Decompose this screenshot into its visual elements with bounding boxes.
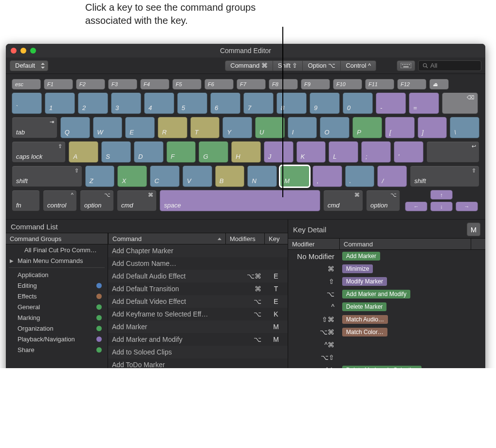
key-detail-row[interactable]: ^⇧Delete Markers in Selection bbox=[288, 364, 485, 368]
key-f3[interactable]: F3 bbox=[108, 79, 137, 90]
group-item[interactable]: Effects bbox=[6, 291, 108, 301]
keyboard-layout-button[interactable] bbox=[397, 60, 415, 71]
key-detail-row[interactable]: ⌘Minimize bbox=[288, 262, 485, 275]
key-t[interactable]: T bbox=[190, 117, 220, 138]
key-detail-row[interactable]: No ModifierAdd Marker bbox=[288, 250, 485, 262]
command-row[interactable]: Add to Soloed Clips bbox=[108, 346, 288, 358]
key-[[interactable]: [ bbox=[385, 117, 415, 138]
col-key[interactable]: Key bbox=[264, 233, 288, 244]
key--[interactable]: - bbox=[376, 93, 406, 114]
key-x[interactable]: X bbox=[117, 166, 147, 187]
key-0[interactable]: 0 bbox=[343, 93, 373, 114]
key-9[interactable]: 9 bbox=[310, 93, 340, 114]
key-option[interactable]: option⌥ bbox=[366, 190, 400, 211]
key-detail-row[interactable]: ⌥⇧ bbox=[288, 351, 485, 364]
key-][interactable]: ] bbox=[418, 117, 447, 138]
preset-dropdown[interactable]: Default bbox=[10, 60, 48, 71]
key-f[interactable]: F bbox=[166, 141, 196, 163]
key-j[interactable]: J bbox=[264, 141, 294, 163]
key-arrow-left[interactable]: ← bbox=[405, 202, 427, 211]
key-f5[interactable]: F5 bbox=[172, 79, 202, 90]
key-f10[interactable]: F10 bbox=[333, 79, 362, 90]
key-cmd[interactable]: cmd⌘ bbox=[117, 190, 157, 211]
key-w[interactable]: W bbox=[93, 117, 123, 138]
key-b[interactable]: B bbox=[215, 166, 245, 187]
key-'[interactable]: ' bbox=[394, 141, 423, 163]
key-v[interactable]: V bbox=[183, 166, 212, 187]
key-2[interactable]: 2 bbox=[78, 93, 108, 114]
key-n[interactable]: N bbox=[247, 166, 277, 187]
key-↩[interactable]: ↩ bbox=[426, 141, 480, 163]
group-item[interactable]: Marking bbox=[6, 312, 108, 323]
key-l[interactable]: L bbox=[329, 141, 358, 163]
col-modifier[interactable]: Modifier bbox=[288, 238, 339, 250]
key-=[interactable]: = bbox=[409, 93, 439, 114]
group-item[interactable]: Editing bbox=[6, 280, 108, 291]
key-y[interactable]: Y bbox=[222, 117, 252, 138]
key-s[interactable]: S bbox=[101, 141, 131, 163]
command-row[interactable]: Add ToDo Marker bbox=[108, 358, 288, 368]
command-row[interactable]: Add Keyframe to Selected Eff…⌥K bbox=[108, 308, 288, 320]
key-option[interactable]: option⌥ bbox=[80, 190, 114, 211]
modifier-button-3[interactable]: Control ^ bbox=[341, 60, 376, 71]
key-space[interactable]: space bbox=[160, 190, 320, 211]
key-arrow-right[interactable]: → bbox=[456, 202, 478, 211]
key-detail-row[interactable]: ⇧Modify Marker bbox=[288, 275, 485, 288]
search-input[interactable]: All bbox=[418, 60, 481, 71]
key-⏏[interactable]: ⏏ bbox=[429, 79, 449, 90]
window-close-button[interactable] bbox=[11, 48, 17, 54]
key-`[interactable]: ` bbox=[12, 93, 42, 114]
key-q[interactable]: Q bbox=[60, 117, 90, 138]
key-g[interactable]: G bbox=[199, 141, 228, 163]
key-e[interactable]: E bbox=[125, 117, 155, 138]
key-detail-row[interactable]: ⇧⌘Match Audio… bbox=[288, 313, 485, 326]
key-f12[interactable]: F12 bbox=[397, 79, 426, 90]
key-f8[interactable]: F8 bbox=[269, 79, 298, 90]
key-fn[interactable]: fn bbox=[12, 190, 40, 211]
key-control[interactable]: control^ bbox=[43, 190, 77, 211]
key-a[interactable]: A bbox=[69, 141, 98, 163]
command-groups-header[interactable]: Command Groups bbox=[6, 233, 108, 244]
key-tab[interactable]: tab⇥ bbox=[12, 117, 57, 138]
key-shift[interactable]: shift⇧ bbox=[12, 166, 82, 187]
key-f1[interactable]: F1 bbox=[44, 79, 73, 90]
key-4[interactable]: 4 bbox=[144, 93, 174, 114]
command-row[interactable]: Add Marker and Modify⌥M bbox=[108, 333, 288, 346]
key-shift[interactable]: shift⇧ bbox=[410, 166, 479, 187]
key-arrow-down[interactable]: ↓ bbox=[430, 202, 453, 211]
command-row[interactable]: Add Default Audio Effect⌥⌘E bbox=[108, 270, 288, 282]
group-item[interactable]: Playback/Navigation bbox=[6, 334, 108, 344]
key-d[interactable]: D bbox=[134, 141, 164, 163]
modifier-button-2[interactable]: Option ⌥ bbox=[303, 60, 341, 71]
key-i[interactable]: I bbox=[288, 117, 317, 138]
key-detail-row[interactable]: ^Delete Marker bbox=[288, 300, 485, 313]
key-k[interactable]: K bbox=[296, 141, 326, 163]
group-item[interactable]: Share bbox=[6, 344, 108, 355]
col-modifiers[interactable]: Modifiers bbox=[225, 233, 264, 244]
modifier-button-1[interactable]: Shift ⇧ bbox=[273, 60, 303, 71]
key-m[interactable]: M bbox=[280, 166, 310, 187]
key-.[interactable]: . bbox=[345, 166, 375, 187]
command-row[interactable]: Add Default Video Effect⌥E bbox=[108, 295, 288, 308]
col-command-detail[interactable]: Command bbox=[339, 238, 471, 250]
key-3[interactable]: 3 bbox=[111, 93, 141, 114]
key-\[interactable]: \ bbox=[450, 117, 479, 138]
key-detail-row[interactable]: ⌥Add Marker and Modify bbox=[288, 288, 485, 300]
group-item[interactable]: All Final Cut Pro Comm… bbox=[6, 244, 108, 255]
command-row[interactable]: Add Chapter Marker bbox=[108, 244, 288, 257]
key-/[interactable]: / bbox=[377, 166, 407, 187]
col-command[interactable]: Command bbox=[108, 233, 225, 244]
command-row[interactable]: Add MarkerM bbox=[108, 320, 288, 333]
key-c[interactable]: C bbox=[150, 166, 180, 187]
key-caps-lock[interactable]: caps lock⇪ bbox=[12, 141, 66, 163]
key-f9[interactable]: F9 bbox=[301, 79, 330, 90]
group-item[interactable]: Organization bbox=[6, 323, 108, 334]
key-arrow-up[interactable]: ↑ bbox=[430, 190, 453, 200]
key-detail-row[interactable]: ^⌘ bbox=[288, 338, 485, 351]
key-r[interactable]: R bbox=[158, 117, 187, 138]
command-row[interactable]: Add Custom Name… bbox=[108, 257, 288, 270]
command-row[interactable]: Add Default Transition⌘T bbox=[108, 282, 288, 295]
key-8[interactable]: 8 bbox=[276, 93, 307, 114]
group-item[interactable]: Application bbox=[6, 269, 108, 280]
key-,[interactable]: , bbox=[312, 166, 342, 187]
